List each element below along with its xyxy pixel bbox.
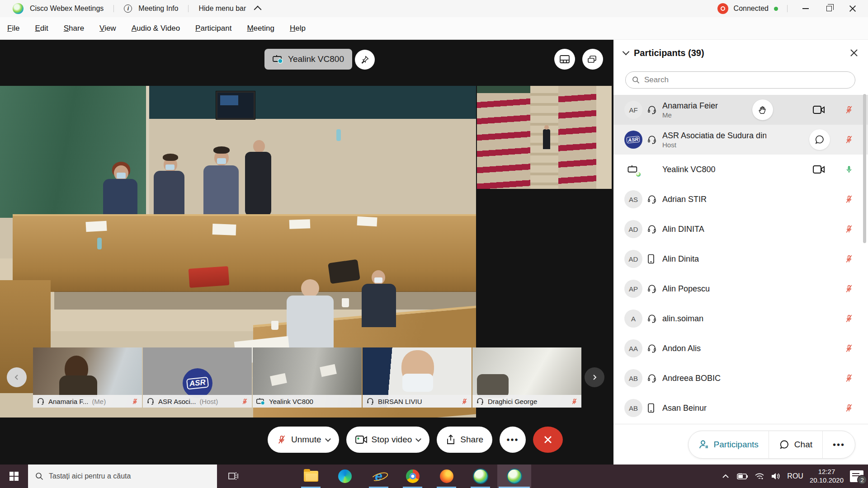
participant-row[interactable]: Yealink VC800 [613,155,868,184]
taskbar-app-firefox[interactable] [429,465,463,488]
video-thumbnail[interactable]: Anamaria F... (Me) [33,347,142,408]
menu-item[interactable]: Meeting [247,24,274,33]
participant-name: Andreea BOBIC [662,374,721,383]
chevron-down-icon[interactable] [325,436,331,442]
taskbar-app-file-explorer[interactable] [294,465,328,488]
menu-item[interactable]: View [99,24,116,33]
participant-row[interactable]: AP Alin Popescu [613,274,868,304]
stop-video-button[interactable]: Stop video [346,427,430,453]
clock[interactable]: 12:27 20.10.2020 [810,468,844,485]
pin-button[interactable] [355,50,375,70]
participant-row[interactable]: AB Andreea BOBIC [613,363,868,393]
close-x-icon [543,435,552,444]
thumbnail-tag: (Host) [199,398,218,405]
camera-on-icon [813,165,825,174]
filmstrip-prev-button[interactable] [7,367,27,387]
participant-search[interactable] [625,71,855,89]
taskbar-app-webex[interactable] [497,465,531,488]
tray-chevron-up-icon[interactable] [722,474,729,479]
participant-row[interactable]: AD Alin DINITA [613,214,868,244]
avatar: AP [624,280,642,298]
chevron-up-icon[interactable] [254,6,262,14]
search-input[interactable] [644,75,849,84]
meeting-info-button[interactable]: Meeting Info [138,5,178,13]
chat-bubble-icon[interactable] [809,129,830,150]
participant-row[interactable]: AA Andon Alis [613,333,868,363]
headset-icon [366,397,374,405]
participant-row[interactable]: AF Anamaria Feier Me [613,95,868,125]
filmstrip: Anamaria F... (Me) ASR ASR Asoci... (Hos… [33,347,582,408]
chevron-right-icon [591,374,598,380]
participant-row[interactable]: AD Alin Dinita [613,244,868,274]
info-icon: i [124,5,132,13]
notification-center-button[interactable]: 2 [850,470,863,482]
taskbar-search[interactable]: Tastați aici pentru a căuta [28,465,217,488]
thumbnail-name: BIRSAN LIVIU [378,398,422,405]
participant-row[interactable]: AS Adrian STIR [613,184,868,214]
volume-icon[interactable] [771,472,781,480]
connected-green-dot-icon [774,7,778,11]
language-indicator[interactable]: ROU [787,472,803,480]
video-stage: Yealink VC800 Anamaria F... (Me) [0,40,613,465]
menu-item[interactable]: File [7,24,19,33]
firefox-icon [440,469,453,483]
participant-row[interactable]: AB Asan Beinur [613,393,868,423]
taskbar-app-edge[interactable] [328,465,362,488]
webex-icon [508,469,521,483]
thumbnail-tag: (Me) [92,398,106,405]
video-thumbnail[interactable]: Yealink VC800 [253,347,362,408]
battery-icon[interactable] [736,473,748,480]
chat-tab-button[interactable]: Chat [769,431,822,458]
chevron-down-icon[interactable] [415,436,421,442]
menu-item[interactable]: Participant [195,24,231,33]
task-view-button[interactable] [222,465,245,488]
start-button[interactable] [0,465,28,488]
avatar: AB [624,399,642,417]
taskbar-apps: e [294,465,531,488]
panel-more-button[interactable]: ••• [822,431,855,458]
menu-item[interactable]: Share [64,24,84,33]
divider [787,5,788,12]
menu-item[interactable]: Audio & Video [132,24,180,33]
avatar: A [624,310,642,328]
taskbar-app-webex[interactable] [463,465,497,488]
stacked-view-button[interactable] [582,49,603,70]
menu-item[interactable]: Help [290,24,306,33]
thumbnail-name: Draghici George [488,398,537,405]
taskbar-app-chrome[interactable] [396,465,429,488]
video-thumbnail[interactable]: Draghici George [472,347,581,408]
collapse-chevron-icon[interactable] [623,48,630,55]
mic-active-icon [844,164,854,175]
layout-button[interactable] [554,49,575,70]
active-speaker-label: Yealink VC800 [264,49,352,70]
video-thumbnail[interactable]: BIRSAN LIVIU [363,347,472,408]
wifi-icon[interactable] [755,473,764,480]
mic-muted-icon [277,434,287,445]
minimize-button[interactable] [797,2,815,15]
participants-panel: Participants (39) AF Anamaria Feier Me [613,40,868,465]
panel-title: Participants (39) [634,48,704,58]
close-button[interactable] [844,2,862,15]
hide-menu-bar-button[interactable]: Hide menu bar [198,5,246,13]
notification-badge: 2 [857,475,867,485]
divider [188,5,189,12]
restore-button[interactable] [820,2,838,15]
menu-item[interactable]: Edit [35,24,48,33]
scrollbar[interactable] [863,94,866,243]
filmstrip-next-button[interactable] [585,367,604,387]
taskbar-app-internet-explorer[interactable]: e [362,465,396,488]
participant-row[interactable]: A alin.soiman [613,304,868,333]
connection-status: Connected [734,5,769,13]
mobile-phone-icon [647,254,658,264]
thumbnail-label: Anamaria F... (Me) [33,395,142,408]
more-options-button[interactable]: ••• [500,427,526,453]
thumbnail-label: Draghici George [472,395,581,408]
leave-meeting-button[interactable] [533,427,563,453]
participants-tab-button[interactable]: Participants [689,431,769,458]
video-thumbnail[interactable]: ASR ASR Asoci... (Host) [143,347,252,408]
share-button[interactable]: Share [437,427,492,453]
participant-row[interactable]: ASR ASR Asociatia de Sudura din ... Host [613,125,868,155]
panel-close-button[interactable] [850,49,858,57]
mic-muted-icon [844,403,854,413]
unmute-button[interactable]: Unmute [268,427,339,453]
